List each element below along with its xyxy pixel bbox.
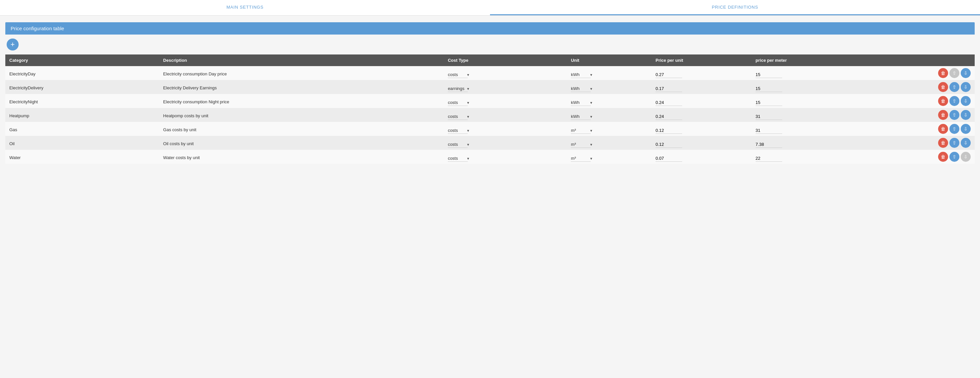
cell-cost-type[interactable]: costsearnings▼ [444,94,567,108]
delete-button[interactable]: 🗑 [938,96,948,106]
unit-select[interactable]: kWhm³m²L [571,85,591,92]
delete-button[interactable]: 🗑 [938,152,948,162]
cell-cost-type[interactable]: costsearnings▼ [444,108,567,122]
cell-price-per-unit[interactable] [652,94,752,108]
cell-actions: 🗑⇧⇩ [875,136,975,150]
table-row: WaterWater costs by unitcostsearnings▼kW… [5,150,975,164]
tab-main-settings[interactable]: MAIN SETTINGS [0,0,490,15]
move-down-button: ⇩ [961,152,971,162]
price-per-unit-input[interactable] [655,85,682,92]
price-table: Category Description Cost Type Unit Pric… [5,54,975,164]
cell-unit[interactable]: kWhm³m²L▼ [567,136,652,150]
cell-price-per-meter[interactable] [752,66,875,80]
cost-type-select[interactable]: costsearnings [448,113,468,120]
delete-button[interactable]: 🗑 [938,138,948,148]
cell-category: ElectricityDay [5,66,159,80]
cell-price-per-unit[interactable] [652,150,752,164]
move-down-button[interactable]: ⇩ [961,82,971,92]
cost-type-select[interactable]: costsearnings [448,155,468,162]
delete-button[interactable]: 🗑 [938,124,948,134]
cell-actions: 🗑⇧⇩ [875,80,975,94]
table-row: HeatpumpHeatpomp costs by unitcostsearni… [5,108,975,122]
cost-type-select[interactable]: costsearnings [448,71,468,78]
cell-actions: 🗑⇧⇩ [875,66,975,80]
price-per-meter-input[interactable] [756,127,782,134]
cell-price-per-unit[interactable] [652,80,752,94]
price-per-unit-input[interactable] [655,99,682,106]
col-header-category: Category [5,54,159,66]
price-per-unit-input[interactable] [655,113,682,120]
price-per-unit-input[interactable] [655,127,682,134]
move-up-button[interactable]: ⇧ [950,152,959,162]
cell-cost-type[interactable]: costsearnings▼ [444,150,567,164]
cell-cost-type[interactable]: costsearnings▼ [444,66,567,80]
move-down-button[interactable]: ⇩ [961,138,971,148]
price-per-meter-input[interactable] [756,113,782,120]
cell-unit[interactable]: kWhm³m²L▼ [567,108,652,122]
price-per-unit-input[interactable] [655,155,682,162]
price-per-meter-input[interactable] [756,155,782,162]
section-title: Price configuration table [11,25,64,31]
move-up-button[interactable]: ⇧ [950,96,959,106]
table-row: ElectricityDeliveryElectricity Delivery … [5,80,975,94]
cell-description: Water costs by unit [159,150,444,164]
cell-price-per-unit[interactable] [652,136,752,150]
move-up-button[interactable]: ⇧ [950,82,959,92]
cell-actions: 🗑⇧⇩ [875,108,975,122]
price-per-meter-input[interactable] [756,71,782,78]
cost-type-select[interactable]: costsearnings [448,141,468,148]
move-up-button[interactable]: ⇧ [950,124,959,134]
cell-price-per-unit[interactable] [652,66,752,80]
unit-select[interactable]: kWhm³m²L [571,71,591,78]
move-down-button[interactable]: ⇩ [961,110,971,120]
cell-cost-type[interactable]: costsearnings▼ [444,122,567,136]
unit-select[interactable]: kWhm³m²L [571,141,591,148]
cell-price-per-unit[interactable] [652,122,752,136]
cell-price-per-meter[interactable] [752,122,875,136]
cell-unit[interactable]: kWhm³m²L▼ [567,150,652,164]
delete-button[interactable]: 🗑 [938,68,948,78]
price-per-meter-input[interactable] [756,85,782,92]
cell-description: Heatpomp costs by unit [159,108,444,122]
unit-select[interactable]: kWhm³m²L [571,127,591,134]
add-row-button[interactable]: + [6,38,19,51]
unit-select[interactable]: kWhm³m²L [571,99,591,106]
cell-unit[interactable]: kWhm³m²L▼ [567,94,652,108]
delete-button[interactable]: 🗑 [938,110,948,120]
cell-unit[interactable]: kWhm³m²L▼ [567,66,652,80]
price-per-meter-input[interactable] [756,141,782,148]
cell-description: Gas costs by unit [159,122,444,136]
cost-type-select[interactable]: costsearnings [448,127,468,134]
cell-price-per-meter[interactable] [752,108,875,122]
move-down-button[interactable]: ⇩ [961,96,971,106]
cell-price-per-meter[interactable] [752,150,875,164]
section-header: Price configuration table [5,22,975,35]
cell-cost-type[interactable]: costsearnings▼ [444,80,567,94]
tab-bar: MAIN SETTINGS PRICE DEFINITIONS [0,0,980,16]
cell-description: Electricity consumption Night price [159,94,444,108]
add-row-container: + [5,35,975,54]
cost-type-select[interactable]: costsearnings [448,85,468,92]
unit-select[interactable]: kWhm³m²L [571,155,591,162]
unit-select[interactable]: kWhm³m²L [571,113,591,120]
price-per-unit-input[interactable] [655,141,682,148]
move-up-button[interactable]: ⇧ [950,138,959,148]
tab-price-definitions[interactable]: PRICE DEFINITIONS [490,0,980,15]
cell-unit[interactable]: kWhm³m²L▼ [567,80,652,94]
cell-unit[interactable]: kWhm³m²L▼ [567,122,652,136]
cell-description: Electricity Delivery Earnings [159,80,444,94]
cell-price-per-unit[interactable] [652,108,752,122]
cell-description: Electricity consumption Day price [159,66,444,80]
move-down-button[interactable]: ⇩ [961,68,971,78]
cell-price-per-meter[interactable] [752,136,875,150]
cost-type-select[interactable]: costsearnings [448,99,468,106]
cell-price-per-meter[interactable] [752,80,875,94]
cell-cost-type[interactable]: costsearnings▼ [444,136,567,150]
price-per-meter-input[interactable] [756,99,782,106]
move-up-button[interactable]: ⇧ [950,110,959,120]
table-header-row: Category Description Cost Type Unit Pric… [5,54,975,66]
delete-button[interactable]: 🗑 [938,82,948,92]
move-down-button[interactable]: ⇩ [961,124,971,134]
cell-price-per-meter[interactable] [752,94,875,108]
price-per-unit-input[interactable] [655,71,682,78]
